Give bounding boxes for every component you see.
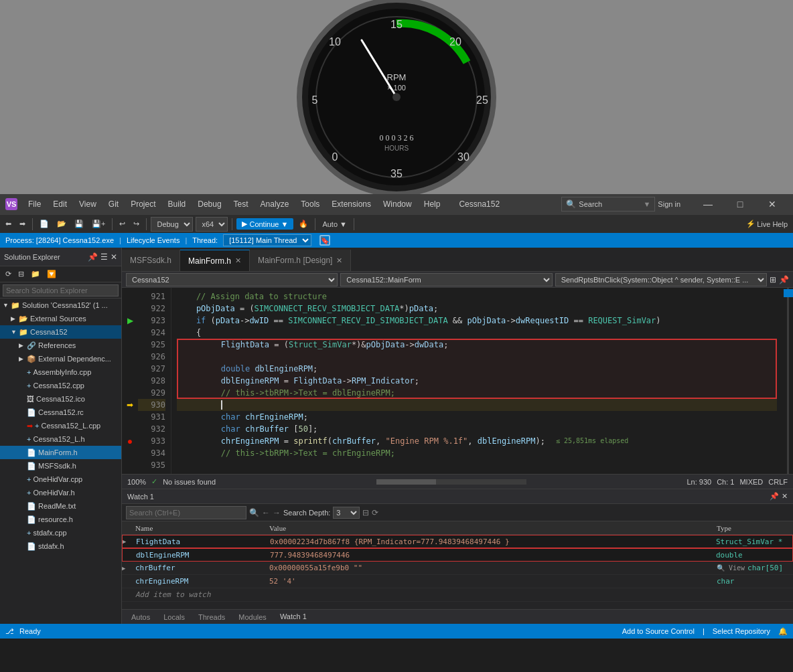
menu-file[interactable]: File (23, 196, 46, 212)
sidebar-pin-icon[interactable]: 📌 (88, 252, 98, 262)
maximize-button[interactable]: □ (725, 194, 755, 214)
tab-msfssdk[interactable]: MSFSsdk.h (122, 250, 180, 271)
watch-add-label[interactable]: Add item to watch (131, 589, 215, 600)
tree-readme[interactable]: ▶ 📄 ReadMe.txt (0, 499, 121, 513)
tree-external-sources[interactable]: ▶ 📂 External Sources (0, 312, 121, 325)
watch-forward[interactable]: → (273, 508, 281, 517)
thread-select[interactable]: [15112] Main Thread (223, 234, 311, 246)
continue-button[interactable]: ▶ Continue ▼ (236, 218, 293, 230)
live-help-button[interactable]: ⚡ Live Help (743, 217, 790, 232)
view-icon[interactable]: 🔍 View (717, 564, 745, 572)
no-issues-text: No issues found (163, 478, 216, 486)
tab-design-close[interactable]: ✕ (336, 256, 342, 265)
show-files-button[interactable]: 📁 (28, 267, 43, 282)
filter-button[interactable]: 🔽 (44, 267, 59, 282)
watch-row-chrbuffer[interactable]: ▶ chrBuffer 0x00000055a15fe9b0 "" 🔍 View… (122, 562, 793, 575)
debug-mode-select[interactable]: Debug (151, 217, 193, 232)
tab-mainform-close[interactable]: ✕ (235, 256, 241, 265)
class-select[interactable]: Cessna152 (126, 273, 338, 286)
redo-button[interactable]: ↪ (131, 217, 142, 232)
tree-cessna-lh[interactable]: ▶ + Cessna152_L.h (0, 432, 121, 446)
watch-close[interactable]: ✕ (782, 492, 788, 501)
tab-modules[interactable]: Modules (232, 610, 273, 624)
tree-cessna-ico[interactable]: ▶ 🖼 Cessna152.ico (0, 392, 121, 406)
watch-pin[interactable]: 📌 (770, 492, 779, 501)
arch-select[interactable]: x64 (196, 217, 228, 232)
nav-expand-icon[interactable]: ⊞ (770, 275, 776, 284)
tree-cessna-rc[interactable]: ▶ 📄 Cessna152.rc (0, 406, 121, 419)
save-all-button[interactable]: 💾+ (89, 217, 108, 232)
tab-mainform[interactable]: MainForm.h ✕ (180, 250, 250, 271)
sidebar-search-input[interactable] (3, 284, 119, 297)
sidebar-close-icon[interactable]: ✕ (111, 252, 117, 262)
tab-watch1[interactable]: Watch 1 (273, 610, 313, 624)
zoom-level[interactable]: 100% (127, 478, 146, 486)
minimize-button[interactable]: — (693, 194, 723, 214)
add-source-button[interactable]: Add to Source Control (622, 627, 695, 635)
menu-project[interactable]: Project (125, 196, 161, 212)
code-text-area[interactable]: // Assign data to structure pObjData = (… (171, 288, 782, 474)
signin-button[interactable]: Sign in (658, 200, 680, 208)
tab-autos[interactable]: Autos (125, 610, 157, 624)
tree-stdafx-cpp[interactable]: ▶ + stdafx.cpp (0, 526, 121, 539)
new-file-button[interactable]: 📄 (37, 217, 52, 232)
watch-name-chrbuffer: chrBuffer (131, 564, 265, 572)
tree-ext-dep[interactable]: ▶ 📦 External Dependenc... (0, 352, 121, 365)
tree-stdafx-h[interactable]: ▶ 📄 stdafx.h (0, 539, 121, 553)
auto-dropdown[interactable]: Auto ▼ (319, 217, 350, 232)
tree-assemblyinfo[interactable]: ▶ + AssemblyInfo.cpp (0, 365, 121, 379)
notification-icon[interactable]: 🔔 (778, 627, 788, 636)
menu-window[interactable]: Window (378, 196, 417, 212)
menu-git[interactable]: Git (103, 196, 124, 212)
tree-onehidvar-h[interactable]: ▶ + OneHidVar.h (0, 486, 121, 499)
sidebar-menu-icon[interactable]: ☰ (100, 252, 108, 262)
depth-select[interactable]: 3 (333, 507, 360, 519)
refresh-icon[interactable]: ⟳ (372, 508, 378, 517)
thread-icon[interactable]: 🔖 (319, 235, 330, 246)
back-button[interactable]: ⬅ (3, 217, 14, 232)
nav-pin-icon[interactable]: 📌 (779, 275, 789, 284)
tree-onehidvar-cpp[interactable]: ▶ + OneHidVar.cpp (0, 473, 121, 486)
menu-edit[interactable]: Edit (48, 196, 72, 212)
tree-references[interactable]: ▶ 🔗 References (0, 339, 121, 352)
watch-row-flightdata[interactable]: ▶ FlightData 0x00002234d7b867f8 {RPM_Ind… (122, 535, 793, 548)
select-repo-button[interactable]: Select Repository (713, 627, 770, 635)
tree-msfssdk[interactable]: ▶ 📄 MSFSsdk.h (0, 459, 121, 473)
undo-button[interactable]: ↩ (117, 217, 128, 232)
watch-row-dblenginerpm[interactable]: dblEngineRPM 777.94839468497446 double (122, 548, 793, 562)
tab-threads[interactable]: Threads (192, 610, 232, 624)
filter-icon[interactable]: ⊟ (362, 508, 369, 517)
forward-button[interactable]: ➡ (17, 217, 28, 232)
search-box[interactable]: 🔍 Search ▼ (561, 197, 655, 212)
menu-analyze[interactable]: Analyze (255, 196, 295, 212)
tree-cessna-lcpp[interactable]: ▶ ➡ + Cessna152_L.cpp (0, 419, 121, 432)
save-button[interactable]: 💾 (72, 217, 86, 232)
handler-select[interactable]: SendRptsBtnClick(System::Object ^ sender… (555, 273, 767, 286)
tree-mainform-h[interactable]: ▶ 📄 MainForm.h (0, 446, 121, 459)
menu-build[interactable]: Build (163, 196, 192, 212)
open-file-button[interactable]: 📂 (54, 217, 69, 232)
menu-extensions[interactable]: Extensions (326, 196, 376, 212)
menu-tools[interactable]: Tools (295, 196, 325, 212)
menu-help[interactable]: Help (419, 196, 446, 212)
tree-resource-h[interactable]: ▶ 📄 resource.h (0, 513, 121, 526)
scrollbar-track[interactable] (376, 479, 526, 485)
menu-debug[interactable]: Debug (192, 196, 226, 212)
sync-button[interactable]: ⟳ (3, 267, 14, 282)
collapse-all-button[interactable]: ⊟ (15, 267, 27, 282)
watch-search-icon[interactable]: 🔍 (249, 508, 259, 517)
watch-back[interactable]: ← (262, 508, 270, 517)
menu-view[interactable]: View (74, 196, 102, 212)
tree-cessna152cpp[interactable]: ▶ + Cessna152.cpp (0, 379, 121, 392)
member-select[interactable]: Cessna152::MainForm (340, 273, 552, 286)
watch-search-input[interactable] (126, 506, 246, 519)
tab-mainform-design[interactable]: MainForm.h [Design] ✕ (250, 250, 351, 271)
close-button[interactable]: ✕ (757, 194, 788, 214)
hot-reload-button[interactable]: 🔥 (296, 217, 311, 232)
tab-locals[interactable]: Locals (157, 610, 192, 624)
tree-solution[interactable]: ▼ 📁 Solution 'Cessna152' (1 ... (0, 299, 121, 312)
watch-row-chrenginerpm[interactable]: chrEngineRPM 52 '4' char (122, 575, 793, 588)
watch-add-item[interactable]: Add item to watch (122, 588, 793, 602)
tree-cessna152[interactable]: ▼ 📁 Cessna152 (0, 325, 121, 339)
menu-test[interactable]: Test (228, 196, 254, 212)
